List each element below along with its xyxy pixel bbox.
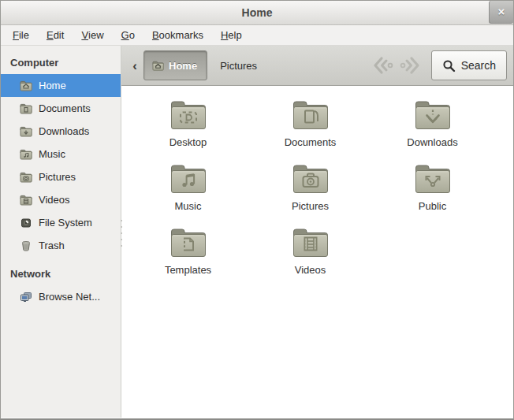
folder-label: Videos	[295, 264, 326, 276]
menu-file[interactable]: File	[4, 25, 38, 45]
pane-resize-handle[interactable]	[119, 215, 123, 251]
sidebar-item-label: Home	[39, 80, 66, 91]
folder-item-templates[interactable]: Templates	[127, 221, 249, 285]
folder-label: Music	[175, 200, 202, 212]
sidebar-item-trash[interactable]: Trash	[1, 234, 121, 257]
network-icon	[20, 291, 32, 303]
documents-folder-icon	[292, 99, 330, 131]
downloads-folder-icon	[414, 99, 452, 131]
folder-label: Desktop	[169, 136, 207, 148]
folder-label: Pictures	[292, 200, 329, 212]
music-folder-icon	[169, 163, 207, 195]
trash-icon	[20, 240, 32, 252]
search-button-label: Search	[461, 59, 496, 72]
folder-item-music[interactable]: Music	[127, 158, 249, 221]
public-folder-icon	[414, 163, 452, 195]
folder-documents-icon	[20, 102, 32, 115]
sidebar-item-label: Documents	[39, 102, 91, 114]
folder-downloads-icon	[20, 125, 32, 138]
close-button[interactable]: ×	[489, 1, 513, 24]
folder-home-icon	[20, 80, 32, 92]
sidebar-item-music[interactable]: Music	[1, 143, 121, 165]
menu-edit[interactable]: Edit	[38, 25, 73, 45]
folder-label: Templates	[165, 264, 211, 276]
breadcrumb-label: Pictures	[220, 60, 257, 72]
folder-music-icon	[20, 148, 32, 161]
folder-item-documents[interactable]: Documents	[249, 94, 371, 158]
templates-folder-icon	[169, 227, 207, 258]
sidebar-item-downloads[interactable]: Downloads	[1, 120, 121, 143]
drive-icon	[20, 217, 32, 229]
sidebar-heading-computer: Computer	[1, 52, 121, 74]
go-forward-icon[interactable]	[397, 55, 423, 76]
sidebar-item-documents[interactable]: Documents	[1, 97, 121, 120]
sidebar-item-videos[interactable]: Videos	[1, 188, 121, 211]
menu-view[interactable]: View	[73, 25, 112, 45]
sidebar-item-label: Videos	[39, 194, 70, 206]
window-body: Computer Home Documents	[1, 46, 513, 418]
folder-item-desktop[interactable]: Desktop	[127, 94, 249, 158]
folder-item-pictures[interactable]: Pictures	[249, 158, 371, 221]
folder-label: Documents	[285, 136, 337, 148]
sidebar-item-file-system[interactable]: File System	[1, 211, 121, 234]
desktop-folder-icon	[169, 99, 207, 131]
sidebar-item-home[interactable]: Home	[1, 74, 121, 97]
sidebar-item-label: Browse Net...	[39, 291, 100, 303]
sidebar-item-label: File System	[39, 217, 92, 229]
breadcrumb-pictures-button[interactable]: Pictures	[207, 50, 270, 80]
history-nav	[370, 55, 423, 76]
home-folder-icon	[151, 60, 165, 72]
path-scroll-left-button[interactable]: ‹	[126, 59, 143, 72]
go-back-icon[interactable]	[370, 55, 397, 76]
folder-label: Downloads	[407, 136, 457, 148]
folder-pictures-icon	[20, 171, 32, 184]
main-pane: ‹ Home Pictures	[121, 46, 513, 418]
places-sidebar: Computer Home Documents	[1, 46, 121, 418]
sidebar-item-label: Music	[39, 148, 65, 160]
sidebar-heading-network: Network	[1, 257, 121, 285]
sidebar-item-label: Downloads	[39, 125, 89, 137]
magnifier-icon	[442, 59, 456, 72]
videos-folder-icon	[292, 227, 330, 258]
window-title: Home	[242, 6, 273, 19]
pictures-folder-icon	[292, 163, 330, 195]
breadcrumb-label: Home	[169, 60, 197, 72]
sidebar-item-label: Trash	[39, 240, 65, 251]
folder-label: Public	[419, 200, 446, 212]
sidebar-item-pictures[interactable]: Pictures	[1, 165, 121, 188]
breadcrumb-home-button[interactable]: Home	[143, 50, 207, 80]
folder-item-public[interactable]: Public	[371, 158, 494, 221]
sidebar-item-label: Pictures	[39, 171, 76, 183]
menu-bookmarks[interactable]: Bookmarks	[143, 25, 212, 45]
folder-item-downloads[interactable]: Downloads	[371, 94, 494, 158]
menubar: File Edit View Go Bookmarks Help	[1, 25, 513, 46]
search-button[interactable]: Search	[431, 50, 507, 80]
folder-view[interactable]: Desktop Documents	[121, 86, 513, 418]
folder-videos-icon	[20, 194, 32, 206]
icon-grid: Desktop Documents	[127, 94, 497, 285]
titlebar[interactable]: Home ×	[1, 1, 513, 25]
menu-go[interactable]: Go	[113, 25, 143, 45]
menu-help[interactable]: Help	[212, 25, 251, 45]
folder-item-videos[interactable]: Videos	[249, 221, 371, 285]
sidebar-item-browse-network[interactable]: Browse Net...	[1, 285, 121, 308]
path-toolbar: ‹ Home Pictures	[121, 46, 513, 86]
file-manager-window: Home × File Edit View Go Bookmarks Help …	[0, 0, 514, 420]
